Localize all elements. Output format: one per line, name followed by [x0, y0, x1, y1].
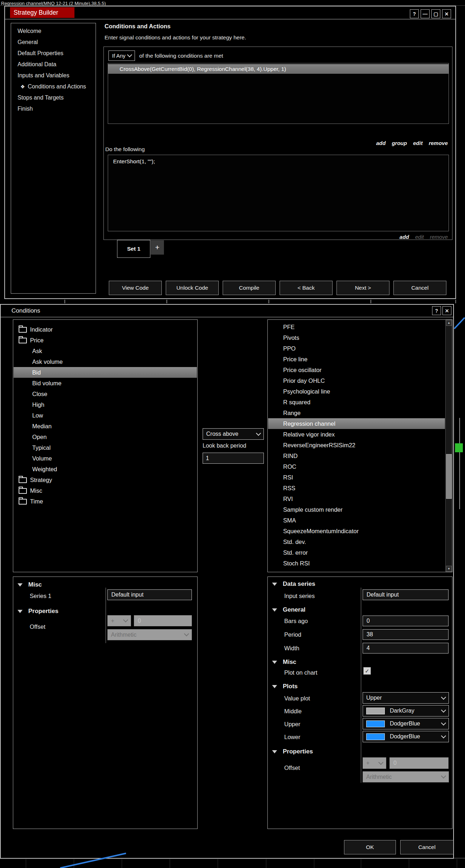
tree-item-price[interactable]: Price	[14, 335, 197, 346]
back-button[interactable]: < Back	[280, 281, 333, 295]
section-general[interactable]: General	[272, 606, 305, 613]
tree-item-low[interactable]: Low	[14, 410, 197, 421]
sidebar-item-finish[interactable]: Finish	[11, 103, 96, 114]
action-row[interactable]: EnterShort(1, "");	[108, 155, 449, 168]
view-code-button[interactable]: View Code	[109, 281, 162, 295]
close-icon[interactable]: ✕	[442, 9, 451, 18]
condition-add-link[interactable]: add	[376, 140, 386, 146]
indicator-item-price-line[interactable]: Price line	[268, 354, 445, 365]
width-input[interactable]: 4	[363, 643, 449, 654]
tree-item-misc[interactable]: Misc	[14, 485, 197, 496]
maximize-icon[interactable]: ▢	[431, 9, 440, 18]
period-input[interactable]: 38	[363, 629, 449, 640]
action-add-link[interactable]: add	[399, 234, 409, 240]
condition-remove-link[interactable]: remove	[429, 140, 448, 146]
middle-color-select[interactable]: DarkGray	[363, 705, 449, 717]
indicator-item-pfe[interactable]: PFE	[268, 322, 445, 332]
tree-item-bid-volume[interactable]: Bid volume	[14, 378, 197, 389]
section-properties[interactable]: Properties	[18, 608, 58, 615]
tree-item-median[interactable]: Median	[14, 421, 197, 431]
section-data-series[interactable]: Data series	[272, 580, 315, 588]
series-1-input[interactable]: Default input	[107, 589, 192, 600]
next-button[interactable]: Next >	[336, 281, 389, 295]
operator-select[interactable]: Cross above	[203, 428, 264, 440]
condition-edit-link[interactable]: edit	[413, 140, 423, 146]
look-back-input[interactable]: 1	[203, 453, 264, 464]
tree-item-volume[interactable]: Volume	[14, 453, 197, 464]
indicator-item-relative-vigor-index[interactable]: Relative vigor index	[268, 429, 445, 440]
cancel-button[interactable]: Cancel	[393, 281, 446, 295]
tree-item-ask[interactable]: Ask	[14, 346, 197, 356]
tree-item-typical[interactable]: Typical	[14, 442, 197, 453]
sidebar-item-default-properties[interactable]: Default Properties	[11, 48, 96, 59]
indicator-item-rsi[interactable]: RSI	[268, 472, 445, 483]
sidebar-item-additional-data[interactable]: Additional Data	[11, 59, 96, 70]
indicator-item-reverseengineerrsisim22[interactable]: ReverseEngineerRSISim22	[268, 440, 445, 450]
input-series-input[interactable]: Default input	[363, 589, 449, 600]
ok-button[interactable]: OK	[344, 840, 396, 854]
indicator-item-range[interactable]: Range	[268, 408, 445, 418]
tree-item-strategy[interactable]: Strategy	[14, 474, 197, 485]
sidebar-item-inputs-and-variables[interactable]: Inputs and Variables	[11, 70, 96, 81]
indicator-item-ppo[interactable]: PPO	[268, 343, 445, 354]
indicator-item-regression-channel[interactable]: Regression channel	[268, 418, 445, 429]
sidebar-item-welcome[interactable]: Welcome	[11, 25, 96, 37]
indicator-item-price-oscillator[interactable]: Price oscillator	[268, 365, 445, 375]
unlock-code-button[interactable]: Unlock Code	[166, 281, 219, 295]
plot-on-chart-checkbox[interactable]: ✓	[363, 667, 371, 675]
tab-set-1[interactable]: Set 1	[117, 240, 150, 258]
tree-item-bid[interactable]: Bid	[14, 367, 197, 378]
condition-row[interactable]: CrossAbove(GetCurrentBid(0), RegressionC…	[108, 64, 449, 74]
condition-group-link[interactable]: group	[392, 140, 407, 146]
value-plot-select[interactable]: Upper	[363, 692, 449, 704]
cancel-button[interactable]: Cancel	[400, 840, 454, 854]
minimize-icon[interactable]: —	[421, 9, 430, 18]
scroll-down-icon[interactable]: ▼	[446, 566, 452, 572]
indicator-item-rind[interactable]: RIND	[268, 450, 445, 461]
close-icon[interactable]: ✕	[442, 306, 451, 315]
indicator-item-roc[interactable]: ROC	[268, 461, 445, 472]
lower-color-select[interactable]: DodgerBlue	[363, 731, 449, 742]
section-misc-right[interactable]: Misc	[272, 659, 296, 666]
conditions-dialog-titlebar[interactable]: Conditions ? ✕	[1, 305, 453, 317]
indicator-item-psychological-line[interactable]: Psychological line	[268, 386, 445, 397]
condition-mode-select[interactable]: If Any	[108, 50, 135, 61]
tree-item-ask-volume[interactable]: Ask volume	[14, 356, 197, 367]
indicator-item-std-dev[interactable]: Std. dev.	[268, 536, 445, 547]
sidebar-item-general[interactable]: General	[11, 37, 96, 48]
scroll-up-icon[interactable]: ▲	[446, 320, 452, 326]
indicator-item-r-squared[interactable]: R squared	[268, 397, 445, 408]
add-set-tab-button[interactable]: +	[151, 240, 164, 255]
indicator-item-std-error[interactable]: Std. error	[268, 547, 445, 558]
sidebar-item-stops-and-targets[interactable]: Stops and Targets	[11, 92, 96, 103]
help-icon[interactable]: ?	[410, 9, 419, 18]
tree-item-time[interactable]: Time	[14, 496, 197, 507]
section-plots[interactable]: Plots	[272, 683, 298, 690]
actions-list[interactable]: EnterShort(1, "");	[108, 155, 449, 231]
tree-item-high[interactable]: High	[14, 399, 197, 410]
indicator-item-stochastic[interactable]: Stochastic	[268, 569, 445, 572]
strategy-builder-titlebar[interactable]: Strategy Builder ? — ▢ ✕	[5, 6, 455, 19]
help-icon[interactable]: ?	[432, 306, 441, 315]
indicator-item-rvi[interactable]: RVI	[268, 493, 445, 504]
indicator-item-stoch-rsi[interactable]: Stoch RSI	[268, 558, 445, 569]
tree-item-close[interactable]: Close	[14, 389, 197, 399]
section-misc[interactable]: Misc	[18, 581, 42, 588]
indicator-item-sma[interactable]: SMA	[268, 515, 445, 526]
compile-button[interactable]: Compile	[223, 281, 276, 295]
indicator-item-rss[interactable]: RSS	[268, 483, 445, 493]
sidebar-item-conditions-and-actions[interactable]: ❖Conditions and Actions	[11, 81, 96, 92]
indicator-item-pivots[interactable]: Pivots	[268, 332, 445, 343]
tree-item-indicator[interactable]: Indicator	[14, 324, 197, 335]
section-properties-right[interactable]: Properties	[272, 748, 313, 755]
scrollbar-thumb[interactable]	[446, 454, 452, 499]
bars-ago-input[interactable]: 0	[363, 616, 449, 626]
conditions-list[interactable]: CrossAbove(GetCurrentBid(0), RegressionC…	[108, 63, 449, 124]
indicator-item-squeezemomentumindicator[interactable]: SqueezeMomentumIndicator	[268, 526, 445, 536]
upper-color-select[interactable]: DodgerBlue	[363, 718, 449, 729]
indicator-scrollbar[interactable]: ▲ ▼	[445, 320, 452, 572]
indicator-item-prior-day-ohlc[interactable]: Prior day OHLC	[268, 375, 445, 386]
indicator-item-sample-custom-render[interactable]: Sample custom render	[268, 504, 445, 515]
tree-item-weighted[interactable]: Weighted	[14, 464, 197, 474]
tree-item-open[interactable]: Open	[14, 431, 197, 442]
